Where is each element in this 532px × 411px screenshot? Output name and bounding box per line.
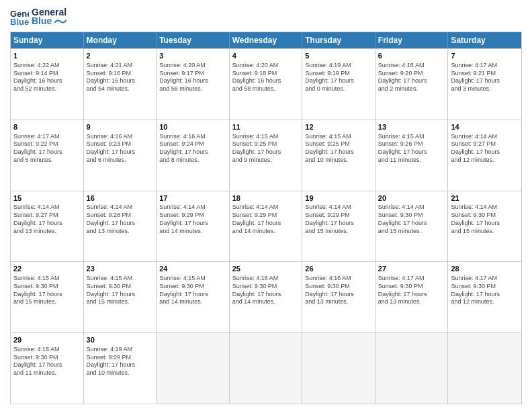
cell-text-line: Sunset: 9:29 PM xyxy=(232,212,300,220)
cell-text-line: and 6 minutes. xyxy=(87,156,154,165)
day-number: 1 xyxy=(13,51,81,61)
calendar-cell-empty xyxy=(375,333,449,404)
cell-text-line: Daylight: 17 hours xyxy=(87,220,154,228)
cell-text-line: Daylight: 17 hours xyxy=(305,220,372,228)
calendar-cell-4: 4Sunrise: 4:20 AMSunset: 9:18 PMDaylight… xyxy=(230,49,303,120)
cell-text-line: Daylight: 17 hours xyxy=(451,77,519,85)
cell-text-line: and 14 minutes. xyxy=(232,228,300,236)
calendar-row-4: 22Sunrise: 4:15 AMSunset: 9:30 PMDayligh… xyxy=(11,261,521,332)
cell-text-line: and 15 minutes. xyxy=(378,228,445,236)
cell-text-line: Sunrise: 4:16 AM xyxy=(232,275,300,283)
cell-text-line: Sunrise: 4:20 AM xyxy=(159,62,226,70)
cell-text-line: and 14 minutes. xyxy=(159,228,226,236)
day-number: 6 xyxy=(378,51,445,61)
cell-text-line: Sunrise: 4:14 AM xyxy=(305,203,372,212)
day-header-monday: Monday xyxy=(84,32,157,48)
cell-text-line: Sunrise: 4:14 AM xyxy=(451,203,519,212)
cell-text-line: Sunrise: 4:18 AM xyxy=(378,62,445,70)
cell-text-line: Daylight: 17 hours xyxy=(232,220,300,228)
cell-text-line: Sunset: 9:14 PM xyxy=(13,70,81,78)
cell-text-line: and 11 minutes. xyxy=(378,156,445,165)
cell-text-line: and 13 minutes. xyxy=(378,298,445,306)
calendar-cell-22: 22Sunrise: 4:15 AMSunset: 9:30 PMDayligh… xyxy=(11,262,84,332)
day-number: 15 xyxy=(13,193,81,203)
day-number: 17 xyxy=(159,193,226,203)
day-number: 25 xyxy=(232,264,300,274)
cell-text-line: Sunrise: 4:17 AM xyxy=(378,275,445,283)
cell-text-line: Daylight: 17 hours xyxy=(305,148,372,156)
calendar-cell-11: 11Sunrise: 4:15 AMSunset: 9:25 PMDayligh… xyxy=(230,120,303,191)
day-number: 16 xyxy=(87,193,154,203)
calendar-cell-1: 1Sunrise: 4:22 AMSunset: 9:14 PMDaylight… xyxy=(11,49,84,120)
cell-text-line: Daylight: 17 hours xyxy=(13,361,81,369)
cell-text-line: Sunset: 9:16 PM xyxy=(87,70,154,78)
cell-text-line: Sunset: 9:29 PM xyxy=(159,212,226,220)
cell-text-line: and 12 minutes. xyxy=(451,156,519,165)
cell-text-line: Daylight: 17 hours xyxy=(451,148,519,156)
day-number: 14 xyxy=(451,122,519,132)
cell-text-line: Daylight: 17 hours xyxy=(159,291,226,299)
cell-text-line: Daylight: 17 hours xyxy=(13,148,81,156)
cell-text-line: Sunrise: 4:17 AM xyxy=(451,62,519,70)
cell-text-line: and 9 minutes. xyxy=(232,156,300,165)
cell-text-line: Daylight: 16 hours xyxy=(159,77,226,85)
cell-text-line: Sunset: 9:29 PM xyxy=(305,212,372,220)
day-number: 11 xyxy=(232,122,300,132)
cell-text-line: Sunrise: 4:14 AM xyxy=(232,203,300,212)
cell-text-line: Sunrise: 4:15 AM xyxy=(87,275,154,283)
cell-text-line: and 14 minutes. xyxy=(232,298,300,306)
cell-text-line: Sunrise: 4:20 AM xyxy=(232,62,300,70)
day-number: 5 xyxy=(305,51,372,61)
day-number: 29 xyxy=(13,335,81,345)
cell-text-line: Sunset: 9:23 PM xyxy=(87,140,154,148)
cell-text-line: Sunrise: 4:14 AM xyxy=(378,203,445,212)
cell-text-line: Daylight: 17 hours xyxy=(159,220,226,228)
day-number: 18 xyxy=(232,193,300,203)
calendar-cell-empty xyxy=(302,333,375,404)
logo-blue: Blue xyxy=(32,15,66,26)
calendar-cell-empty xyxy=(230,333,303,404)
cell-text-line: Sunset: 9:30 PM xyxy=(87,283,154,291)
cell-text-line: Sunrise: 4:16 AM xyxy=(159,133,226,141)
calendar-cell-18: 18Sunrise: 4:14 AMSunset: 9:29 PMDayligh… xyxy=(230,191,303,262)
day-header-wednesday: Wednesday xyxy=(230,32,303,48)
svg-text:Blue: Blue xyxy=(10,17,29,26)
calendar-cell-8: 8Sunrise: 4:17 AMSunset: 9:22 PMDaylight… xyxy=(11,120,84,191)
cell-text-line: Sunset: 9:30 PM xyxy=(232,283,300,291)
cell-text-line: Sunrise: 4:17 AM xyxy=(13,133,81,141)
day-number: 21 xyxy=(451,193,519,203)
calendar-row-5: 29Sunrise: 4:18 AMSunset: 9:30 PMDayligh… xyxy=(11,332,521,404)
calendar-cell-15: 15Sunrise: 4:14 AMSunset: 9:27 PMDayligh… xyxy=(11,191,84,262)
cell-text-line: and 12 minutes. xyxy=(451,298,519,306)
cell-text-line: and 3 minutes. xyxy=(451,85,519,93)
cell-text-line: and 5 minutes. xyxy=(13,156,81,165)
day-number: 2 xyxy=(87,51,154,61)
logo-wave-icon xyxy=(54,17,66,26)
cell-text-line: and 2 minutes. xyxy=(378,85,445,93)
cell-text-line: Sunrise: 4:19 AM xyxy=(87,346,154,354)
cell-text-line: Sunrise: 4:19 AM xyxy=(305,62,372,70)
cell-text-line: Sunset: 9:19 PM xyxy=(305,70,372,78)
cell-text-line: Daylight: 16 hours xyxy=(87,77,154,85)
cell-text-line: and 8 minutes. xyxy=(159,156,226,165)
cell-text-line: Sunset: 9:26 PM xyxy=(378,140,445,148)
cell-text-line: Sunset: 9:28 PM xyxy=(87,212,154,220)
calendar-cell-10: 10Sunrise: 4:16 AMSunset: 9:24 PMDayligh… xyxy=(157,120,230,191)
cell-text-line: Daylight: 17 hours xyxy=(232,291,300,299)
cell-text-line: Sunrise: 4:22 AM xyxy=(13,62,81,70)
cell-text-line: Daylight: 17 hours xyxy=(378,291,445,299)
cell-text-line: Sunset: 9:30 PM xyxy=(13,283,81,291)
day-number: 20 xyxy=(378,193,445,203)
day-number: 3 xyxy=(159,51,226,61)
calendar-row-3: 15Sunrise: 4:14 AMSunset: 9:27 PMDayligh… xyxy=(11,191,521,262)
cell-text-line: Sunrise: 4:17 AM xyxy=(451,275,519,283)
calendar-cell-14: 14Sunrise: 4:14 AMSunset: 9:27 PMDayligh… xyxy=(448,120,521,191)
cell-text-line: Sunset: 9:30 PM xyxy=(378,212,445,220)
day-number: 12 xyxy=(305,122,372,132)
cell-text-line: Daylight: 17 hours xyxy=(13,291,81,299)
day-number: 13 xyxy=(378,122,445,132)
cell-text-line: and 15 minutes. xyxy=(305,228,372,236)
cell-text-line: Sunset: 9:30 PM xyxy=(305,283,372,291)
calendar-header: SundayMondayTuesdayWednesdayThursdayFrid… xyxy=(11,32,521,48)
cell-text-line: Daylight: 17 hours xyxy=(451,291,519,299)
